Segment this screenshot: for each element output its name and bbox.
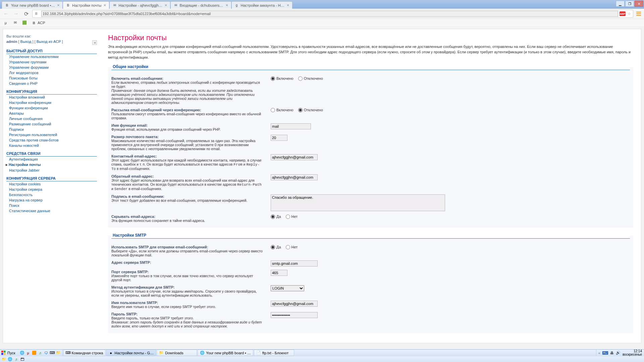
bookmark-icon: μ: [3, 20, 8, 25]
bookmark-star-icon[interactable]: ☆: [628, 12, 631, 16]
bookmark-item[interactable]: 🟩: [21, 20, 28, 26]
tab-favicon: 🗎: [5, 3, 9, 8]
tab-favicon: 🗎: [66, 3, 70, 8]
bookmark-icon: 🗎: [32, 20, 36, 25]
tab-title: Настройки почты: [72, 3, 102, 7]
tab-close-icon[interactable]: ×: [286, 3, 290, 7]
url-input[interactable]: [41, 11, 618, 17]
browser-tab[interactable]: gНастройки аккаунта - Нас…×: [232, 1, 292, 9]
window-minimize-button[interactable]: ▁: [616, 1, 625, 7]
bookmark-label: ACP: [38, 21, 45, 25]
tab-title: Настройки - ajhevcfggjhn@…: [119, 3, 163, 7]
window-maximize-button[interactable]: ❐: [625, 1, 634, 7]
bookmark-item[interactable]: 🗎ACP: [30, 20, 47, 26]
window-controls: ▁ ❐ ✕: [615, 1, 643, 7]
bookmark-icon: 🟩: [22, 20, 27, 25]
document-icon: 🗎: [35, 11, 39, 16]
abp-icon[interactable]: ABP: [620, 11, 626, 16]
tab-title: Настройки аккаунта - Нас…: [241, 3, 285, 7]
tab-favicon: ✉: [173, 3, 178, 8]
browser-tab[interactable]: ✉Входящие - dchubusers@g…×: [171, 1, 231, 9]
window-close-button[interactable]: ✕: [635, 1, 643, 7]
chrome-menu-button[interactable]: [635, 10, 642, 17]
bookmark-icon: ✉: [13, 20, 17, 25]
tab-close-icon[interactable]: ×: [164, 3, 168, 7]
url-box: 🗎 ABP ☆: [32, 10, 633, 18]
tab-close-icon[interactable]: ×: [56, 3, 60, 7]
tab-close-icon[interactable]: ×: [225, 3, 229, 7]
tab-favicon: g: [234, 3, 239, 8]
bookmark-item[interactable]: μ: [2, 20, 9, 26]
browser-tab[interactable]: 🗎Your new phpBB board • Ли…×: [2, 1, 62, 9]
browser-chrome: 🗎Your new phpBB board • Ли…×🗎Настройки п…: [0, 0, 644, 26]
browser-tab[interactable]: 🗎Настройки почты×: [63, 1, 109, 9]
tab-title: Your new phpBB board • Ли…: [11, 3, 55, 7]
tab-favicon: ✉: [112, 3, 117, 8]
tabstrip: 🗎Your new phpBB board • Ли…×🗎Настройки п…: [0, 0, 644, 9]
tab-title: Входящие - dchubusers@g…: [180, 3, 224, 7]
nav-reload-button[interactable]: ⟳: [22, 10, 30, 18]
nav-back-button[interactable]: ←: [2, 10, 10, 18]
browser-tab[interactable]: ✉Настройки - ajhevcfggjhn@…×: [110, 1, 170, 9]
tab-close-icon[interactable]: ×: [103, 3, 107, 7]
bookmark-item[interactable]: ✉: [11, 20, 19, 26]
bookmarks-bar: μ✉🟩🗎ACP: [0, 19, 644, 26]
address-bar: ← → ⟳ 🗎 ABP ☆: [0, 9, 644, 19]
nav-forward-button[interactable]: →: [12, 10, 20, 18]
